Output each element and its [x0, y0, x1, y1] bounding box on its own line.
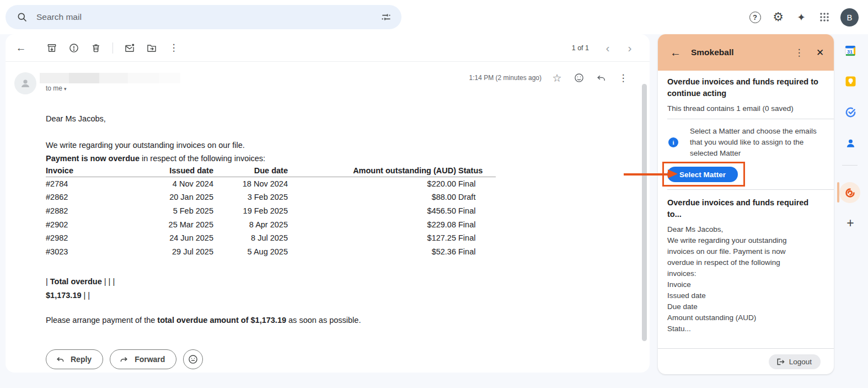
- chevron-right-glyph: ›: [628, 41, 632, 55]
- settings-icon[interactable]: ⚙: [767, 6, 790, 28]
- table-row: #298224 Jun 20258 Jul 2025$127.25Final: [46, 231, 496, 245]
- report-spam-icon[interactable]: [63, 37, 85, 59]
- apps-grid-icon[interactable]: [813, 6, 836, 28]
- keep-icon[interactable]: [844, 75, 857, 88]
- back-arrow-glyph: ←: [670, 46, 681, 59]
- tasks-icon[interactable]: [844, 105, 857, 119]
- logout-button[interactable]: Logout: [769, 354, 821, 369]
- dropdown-caret-icon: ▾: [64, 86, 67, 92]
- gemini-sparkle-icon[interactable]: ✦: [790, 6, 813, 28]
- help-glyph: ?: [749, 12, 761, 23]
- back-icon[interactable]: ←: [10, 37, 32, 59]
- delete-icon[interactable]: [85, 37, 107, 59]
- more-options-icon[interactable]: ⋮: [163, 37, 185, 59]
- get-addons-plus-icon[interactable]: +: [844, 216, 857, 230]
- total-overdue-line: | Total overdue | | |: [46, 275, 476, 289]
- email-greeting: Dear Ms Jacobs,: [46, 113, 476, 125]
- newer-chevron-icon[interactable]: ‹: [597, 37, 619, 59]
- help-icon[interactable]: ?: [743, 6, 767, 28]
- avatar[interactable]: B: [840, 8, 859, 26]
- more-vertical-glyph: ⋮: [619, 72, 628, 84]
- emoji-reaction-icon[interactable]: [568, 67, 590, 89]
- svg-text:31: 31: [847, 49, 853, 55]
- table-row: #27844 Nov 202418 Nov 2024$220.00Final: [46, 177, 496, 191]
- email-card: ← ⋮ 1 of 1 ‹ › to me▾ 1:14 PM: [6, 34, 650, 373]
- toolbar-pagination: 1 of 1 ‹ ›: [572, 37, 641, 59]
- topbar-actions: ? ⚙ ✦ B: [743, 6, 868, 28]
- panel-back-icon[interactable]: ←: [665, 41, 687, 63]
- panel-email-subject: Overdue invoices and funds required to c…: [667, 76, 822, 99]
- topbar: Search mail ? ⚙ ✦ B: [0, 0, 868, 34]
- panel-footer: Logout: [658, 348, 834, 374]
- panel-close-icon[interactable]: ✕: [810, 41, 831, 63]
- info-icon: i: [668, 137, 678, 147]
- reply-icon[interactable]: [590, 67, 612, 89]
- email-timestamp: 1:14 PM (2 minutes ago): [469, 74, 542, 82]
- sparkle-glyph: ✦: [797, 11, 806, 24]
- email-overdue-line: Payment is now overdue in respect of the…: [46, 153, 476, 164]
- back-arrow-glyph: ←: [16, 42, 26, 54]
- pagination-label: 1 of 1: [572, 44, 589, 52]
- email-preview-text: Dear Ms Jacobs, We write regarding your …: [667, 224, 802, 334]
- add-reaction-button[interactable]: [183, 349, 203, 369]
- sidebar-divider: [842, 165, 858, 166]
- more-vertical-glyph: ⋮: [169, 42, 179, 54]
- star-icon[interactable]: ☆: [546, 67, 568, 89]
- search-placeholder: Search mail: [36, 12, 375, 22]
- forward-label: Forward: [135, 355, 165, 364]
- move-to-folder-icon[interactable]: [141, 37, 163, 59]
- email-scrollbar[interactable]: [642, 84, 647, 341]
- smokeball-addon-icon[interactable]: [839, 182, 860, 203]
- total-amount: $1,173.19: [46, 291, 82, 300]
- col-issued-date: Issued date: [127, 166, 213, 177]
- gmail-with-smokeball-addon: { "topbar": { "search_placeholder": "Sea…: [0, 0, 868, 388]
- calendar-icon[interactable]: 31: [844, 44, 857, 57]
- smokeball-panel: ← Smokeball ⋮ ✕ Overdue invoices and fun…: [658, 34, 834, 374]
- table-row: #28825 Feb 202519 Feb 2025$456.50Final: [46, 204, 496, 218]
- email-actions: Reply Forward: [46, 349, 203, 369]
- col-invoice: Invoice: [46, 166, 127, 177]
- table-row: #302329 Jul 20255 Aug 2025$52.36Final: [46, 245, 496, 258]
- contacts-icon[interactable]: [844, 136, 857, 150]
- forward-button[interactable]: Forward: [110, 349, 176, 369]
- sender-avatar[interactable]: [14, 72, 36, 94]
- overdue-bold-text: Payment is now overdue: [46, 154, 140, 163]
- search-filter-icon[interactable]: [375, 6, 397, 28]
- reply-button[interactable]: Reply: [46, 349, 103, 369]
- preview-line: Due date: [667, 301, 802, 312]
- mark-unread-icon[interactable]: [119, 37, 141, 59]
- panel-more-icon[interactable]: ⋮: [789, 41, 810, 63]
- reply-label: Reply: [71, 355, 92, 364]
- recipient-dropdown[interactable]: to me▾: [46, 84, 67, 92]
- total-overdue-block: | Total overdue | | | $1,173.19 | |: [46, 275, 476, 302]
- divider: [667, 119, 834, 119]
- table-row: #286220 Jan 20253 Feb 2025$88.00Draft: [46, 190, 496, 204]
- preview-line: Issued date: [667, 290, 802, 301]
- preview-line: Amount outstanding (AUD): [667, 312, 802, 323]
- search-icon[interactable]: [11, 6, 33, 28]
- invoice-table-header: Invoice Issued date Due date Amount outs…: [46, 166, 496, 177]
- preview-line: We write regarding your outstanding invo…: [667, 235, 802, 279]
- col-status: Status: [456, 166, 496, 177]
- preview-line: Statu...: [667, 323, 802, 334]
- preview-line: Invoice: [667, 279, 802, 290]
- col-amount: Amount outstanding (AUD): [288, 166, 456, 177]
- closing-line: Please arrange payment of the total over…: [46, 315, 476, 326]
- thread-info: This thread contains 1 email (0 saved): [667, 103, 824, 114]
- toolbar-divider: [112, 42, 113, 54]
- info-text: Select a Matter and choose the emails th…: [690, 126, 818, 159]
- to-me-label: to me: [46, 84, 62, 92]
- close-glyph: ✕: [816, 47, 824, 59]
- active-addon-indicator: [837, 182, 839, 203]
- archive-icon[interactable]: [41, 37, 63, 59]
- col-due-date: Due date: [213, 166, 288, 177]
- gear-glyph: ⚙: [773, 11, 784, 23]
- redacted-sender: [40, 73, 180, 83]
- select-matter-button[interactable]: Select Matter: [667, 167, 738, 182]
- info-row: i Select a Matter and choose the emails …: [667, 126, 824, 159]
- message-more-icon[interactable]: ⋮: [612, 67, 634, 89]
- search-input[interactable]: Search mail: [6, 5, 401, 29]
- email-preview-title: Overdue invoices and funds required to..…: [667, 197, 824, 220]
- older-chevron-icon[interactable]: ›: [619, 37, 641, 59]
- logout-label: Logout: [789, 358, 812, 366]
